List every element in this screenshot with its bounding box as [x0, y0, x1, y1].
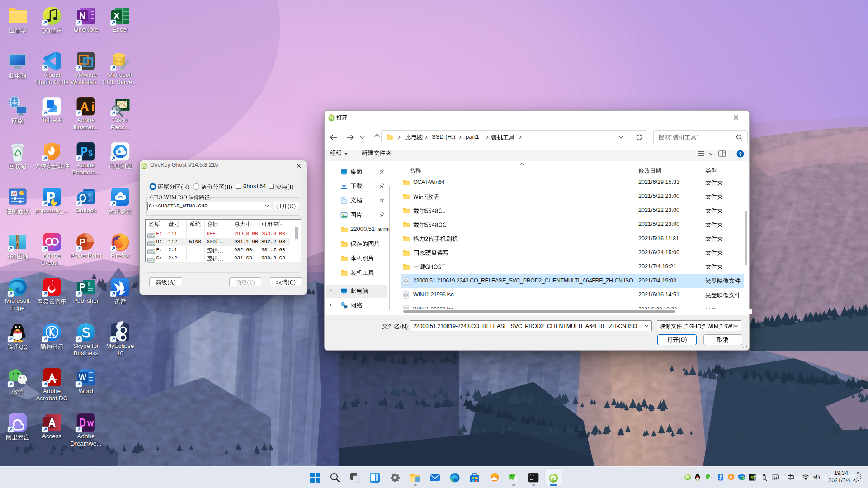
svg-text:?: ?: [739, 151, 742, 157]
svg-text:C:\: C:\: [530, 474, 535, 477]
